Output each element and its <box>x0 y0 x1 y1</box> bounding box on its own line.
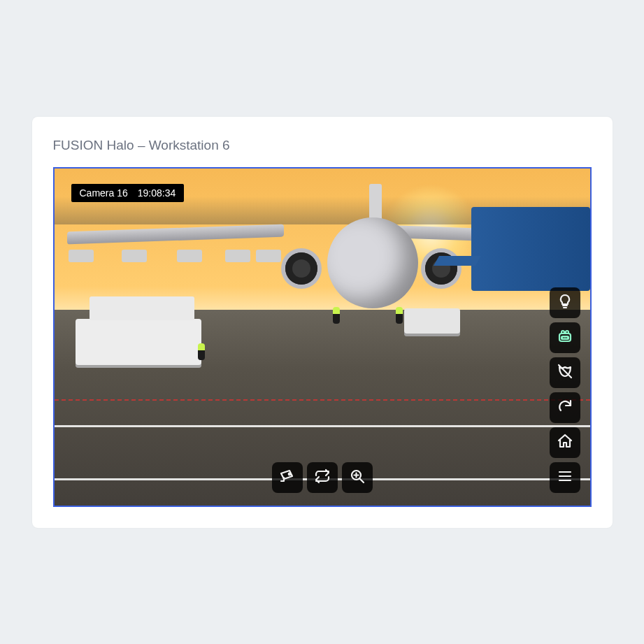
page-title: FUSION Halo – Workstation 6 <box>53 138 592 153</box>
refresh-icon <box>557 398 573 417</box>
aux-button[interactable] <box>550 322 580 353</box>
home-button[interactable] <box>550 427 580 458</box>
ptz-toolbar <box>272 462 373 493</box>
scene-aircraft <box>327 217 418 308</box>
menu-button[interactable] <box>550 462 580 493</box>
camera-time: 19:08:34 <box>138 187 176 199</box>
aux-icon <box>557 328 573 348</box>
scene-engine <box>285 252 317 285</box>
lightbulb-icon <box>557 293 573 313</box>
zoom-button[interactable] <box>342 462 373 493</box>
svg-line-4 <box>359 478 364 482</box>
zoom-in-icon <box>349 468 366 487</box>
scene-jetbridge <box>471 207 590 291</box>
light-button[interactable] <box>550 287 580 318</box>
camera-name: Camera 16 <box>80 187 128 199</box>
refresh-button[interactable] <box>550 392 580 423</box>
mask-off-icon <box>557 363 573 382</box>
scene-person <box>333 307 340 324</box>
osd-label: Camera 16 19:08:34 <box>71 184 185 202</box>
scene-person <box>396 307 403 324</box>
camera-view[interactable]: Camera 16 19:08:34 <box>53 167 592 507</box>
cycle-button[interactable] <box>307 462 338 493</box>
menu-icon <box>557 468 573 487</box>
svg-point-6 <box>561 331 564 334</box>
ptz-button[interactable] <box>272 462 303 493</box>
side-toolbar <box>550 287 580 493</box>
scene-vehicle <box>177 250 202 262</box>
scene-vehicle <box>256 250 281 262</box>
mask-button[interactable] <box>550 357 580 388</box>
scene-vehicle <box>225 250 250 262</box>
scene-vehicle <box>69 250 94 262</box>
svg-point-7 <box>566 331 568 334</box>
home-icon <box>557 433 573 452</box>
cctv-icon <box>279 468 296 487</box>
scene-vehicle <box>122 250 147 262</box>
scene-person <box>198 343 205 360</box>
scene-wing <box>67 224 284 244</box>
repeat-icon <box>314 468 331 487</box>
camera-card: FUSION Halo – Workstation 6 Camera 16 19… <box>32 117 613 528</box>
scene-vehicle <box>76 319 201 368</box>
svg-point-0 <box>288 473 290 475</box>
scene-vehicle <box>404 308 460 336</box>
